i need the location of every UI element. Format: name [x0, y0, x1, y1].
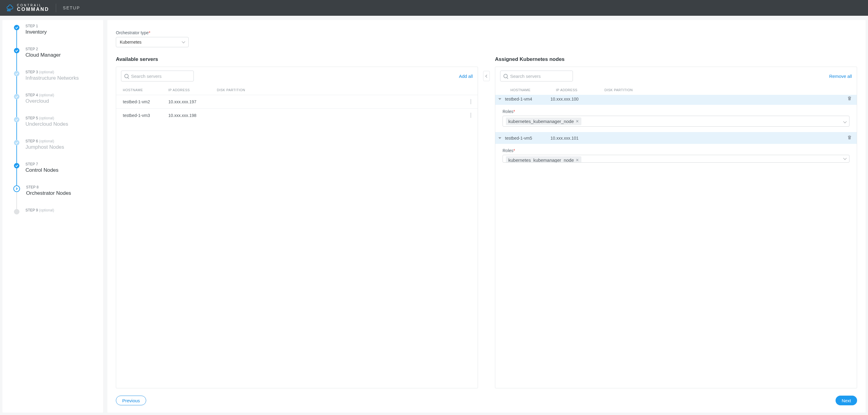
- roles-block: Roles*kubernetes_kubemanager_node✕: [495, 144, 857, 163]
- chevron-right-icon: [471, 113, 471, 118]
- step-done-icon: [14, 163, 20, 168]
- step-7[interactable]: STEP 7Control Nodes: [2, 158, 103, 181]
- trash-icon[interactable]: [847, 135, 852, 141]
- col-partition: DISK PARTITION: [217, 88, 471, 92]
- role-tag: kubernetes_kubemanager_node✕: [506, 156, 581, 163]
- chevron-left-icon: [486, 74, 489, 77]
- table-row[interactable]: testbed-1-vm310.xxx.xxx.198: [116, 108, 478, 122]
- step-2[interactable]: STEP 2Cloud Manager: [2, 43, 103, 66]
- add-all-link[interactable]: Add all: [459, 74, 473, 79]
- panel-collapse-area: [483, 56, 490, 388]
- header-title: SETUP: [63, 5, 80, 10]
- chevron-down-icon: [843, 156, 846, 160]
- step-title: Cloud Manager: [26, 52, 61, 58]
- assigned-table-header: HOSTNAME IP ADDRESS DISK PARTITION: [495, 85, 857, 95]
- step-1[interactable]: STEP 1Inventory: [2, 20, 103, 43]
- step-title: Inventory: [26, 29, 47, 35]
- step-label: STEP 3 (optional): [26, 70, 79, 74]
- col-ip: IP ADDRESS: [556, 88, 604, 92]
- remove-all-link[interactable]: Remove all: [829, 74, 852, 79]
- close-icon[interactable]: ✕: [576, 119, 579, 124]
- roles-label: Roles*: [502, 109, 849, 114]
- search-icon: [503, 74, 508, 78]
- step-done-icon: [14, 71, 20, 76]
- step-done-icon: [14, 140, 20, 145]
- step-title: Control Nodes: [26, 167, 59, 173]
- chevron-right-icon: [471, 99, 471, 104]
- step-3[interactable]: STEP 3 (optional)Infrastructure Networks: [2, 66, 103, 89]
- cell-ip: 10.xxx.xxx.197: [168, 99, 217, 104]
- orchestrator-type-select[interactable]: Kubernetes: [116, 37, 189, 47]
- col-hostname: HOSTNAME: [123, 88, 168, 92]
- roles-select[interactable]: kubernetes_kubemanager_node✕: [502, 155, 849, 163]
- step-4[interactable]: STEP 4 (optional)Overcloud: [2, 89, 103, 112]
- step-title: Undercloud Nodes: [26, 121, 68, 127]
- step-label: STEP 7: [26, 162, 59, 166]
- role-tag-label: kubernetes_kubemanager_node: [508, 119, 574, 124]
- search-icon: [124, 74, 129, 78]
- assigned-search-input[interactable]: [500, 71, 573, 81]
- trash-icon[interactable]: [847, 96, 852, 102]
- wizard-footer: Previous Next: [116, 395, 857, 405]
- step-label: STEP 4 (optional): [26, 93, 54, 97]
- step-5[interactable]: STEP 5 (optional)Undercloud Nodes: [2, 112, 103, 135]
- cell-ip: 10.xxx.xxx.198: [168, 113, 217, 118]
- roles-select[interactable]: kubernetes_kubemanager_node✕: [502, 116, 849, 127]
- caret-down-icon: [498, 137, 501, 139]
- caret-down-icon: [498, 98, 501, 100]
- roles-label: Roles*: [502, 148, 849, 153]
- next-button[interactable]: Next: [836, 395, 857, 405]
- available-search-input[interactable]: [121, 71, 194, 81]
- cell-hostname: testbed-1-vm5: [505, 136, 551, 141]
- step-done-icon: [14, 94, 20, 99]
- assigned-title: Assigned Kubernetes nodes: [495, 56, 857, 62]
- step-done-icon: [14, 48, 20, 53]
- assigned-node-row[interactable]: testbed-1-vm510.xxx.xxx.101: [495, 132, 857, 144]
- step-title: Overcloud: [26, 98, 54, 104]
- step-title: Infrastructure Networks: [26, 75, 79, 81]
- assigned-nodes-panel: Assigned Kubernetes nodes Remove all HOS…: [495, 56, 857, 388]
- cell-hostname: testbed-1-vm2: [123, 99, 168, 104]
- cell-hostname: testbed-1-vm3: [123, 113, 168, 118]
- role-tag: kubernetes_kubemanager_node✕: [506, 117, 581, 125]
- roles-block: Roles*kubernetes_kubemanager_node✕: [495, 105, 857, 132]
- col-hostname: HOSTNAME: [510, 88, 556, 92]
- cell-hostname: testbed-1-vm4: [505, 97, 551, 102]
- collapse-toggle-button[interactable]: [483, 71, 490, 81]
- orchestrator-type-value: Kubernetes: [120, 40, 142, 44]
- step-future-icon: [14, 209, 20, 214]
- svg-rect-1: [7, 11, 11, 11]
- step-8[interactable]: STEP 8Orchestrator Nodes: [2, 181, 103, 204]
- step-title: Jumphost Nodes: [26, 144, 64, 150]
- chevron-down-icon: [843, 120, 846, 123]
- available-search-field[interactable]: [131, 74, 190, 79]
- previous-button[interactable]: Previous: [116, 395, 146, 405]
- orchestrator-type-label: Orchestrator type*: [116, 30, 857, 35]
- cell-ip: 10.xxx.xxx.100: [551, 97, 599, 102]
- table-row[interactable]: testbed-1-vm210.xxx.xxx.197: [116, 95, 478, 108]
- col-ip: IP ADDRESS: [168, 88, 217, 92]
- step-title: Orchestrator Nodes: [26, 190, 71, 196]
- step-9[interactable]: STEP 9 (optional): [2, 204, 103, 227]
- available-table-header: HOSTNAME IP ADDRESS DISK PARTITION: [116, 85, 478, 95]
- step-done-icon: [14, 25, 20, 30]
- step-label: STEP 8: [26, 185, 71, 189]
- close-icon[interactable]: ✕: [576, 158, 579, 162]
- brand-text-2: COMMAND: [17, 7, 49, 12]
- col-partition: DISK PARTITION: [604, 88, 850, 92]
- step-label: STEP 2: [26, 47, 61, 51]
- step-nav: STEP 1InventorySTEP 2Cloud ManagerSTEP 3…: [2, 20, 103, 413]
- assigned-node-row[interactable]: testbed-1-vm410.xxx.xxx.100: [495, 95, 857, 105]
- available-servers-panel: Available servers Add all HOSTNAME IP AD…: [116, 56, 478, 388]
- step-label: STEP 9 (optional): [26, 208, 54, 212]
- step-label: STEP 6 (optional): [26, 139, 64, 143]
- assigned-search-field[interactable]: [510, 74, 569, 79]
- svg-rect-0: [7, 10, 11, 10]
- step-6[interactable]: STEP 6 (optional)Jumphost Nodes: [2, 135, 103, 158]
- main-panel: Orchestrator type* Kubernetes Available …: [107, 20, 866, 413]
- chevron-down-icon: [182, 40, 185, 43]
- role-tag-label: kubernetes_kubemanager_node: [508, 158, 574, 163]
- step-done-icon: [14, 117, 20, 123]
- divider: [56, 4, 56, 12]
- app-header: CONTRAIL COMMAND SETUP: [0, 0, 868, 16]
